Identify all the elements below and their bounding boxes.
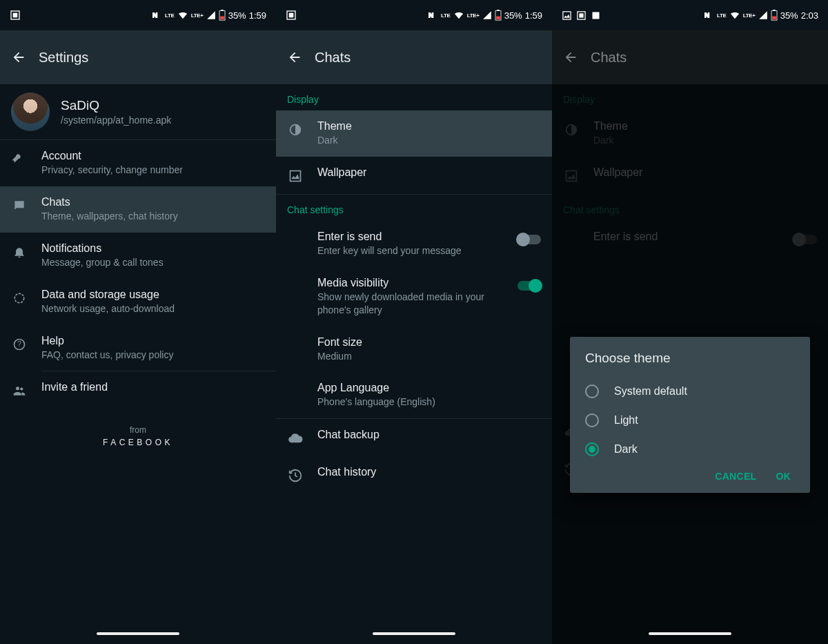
item-title: Account	[41, 150, 265, 162]
item-title: Data and storage usage	[41, 289, 265, 301]
footer-brand: FACEBOOK	[0, 438, 276, 447]
settings-item-invite[interactable]: Invite a friend	[0, 371, 276, 409]
svg-rect-14	[496, 17, 500, 19]
battery-icon	[495, 10, 502, 21]
theme-option-system[interactable]: System default	[585, 377, 795, 406]
profile-row[interactable]: SaDiQ /system/app/at_home.apk	[0, 84, 276, 139]
chats-item-wallpaper[interactable]: Wallpaper	[276, 157, 552, 194]
item-sub: Medium	[317, 350, 541, 363]
item-title: Media visibility	[317, 277, 504, 289]
chats-item-language[interactable]: App Language Phone's language (English)	[276, 372, 552, 418]
toggle-media-visibility[interactable]	[518, 281, 541, 291]
footer-from: from	[0, 425, 276, 435]
screenshot-settings: LTE LTE+ 35% 1:59 Settings SaDiQ /system…	[0, 0, 276, 644]
profile-status: /system/app/at_home.apk	[61, 115, 171, 126]
status-bar: LTE LTE+ 35% 1:59	[276, 0, 552, 30]
item-sub: Show newly downloaded media in your phon…	[317, 291, 504, 317]
item-title: Notifications	[41, 242, 265, 255]
bell-icon	[11, 244, 28, 260]
network-label-lte: LTE	[165, 12, 175, 19]
item-sub: FAQ, contact us, privacy policy	[41, 349, 265, 362]
people-icon	[11, 382, 28, 399]
battery-percent: 35%	[228, 10, 246, 21]
settings-item-account[interactable]: Account Privacy, security, change number	[0, 140, 276, 186]
svg-rect-23	[772, 17, 776, 19]
radio-icon	[585, 384, 599, 398]
svg-text:?: ?	[17, 340, 21, 348]
status-app-icon	[591, 10, 601, 21]
item-title: Font size	[317, 336, 541, 349]
status-screenshot-icon	[10, 10, 21, 21]
clock: 2:03	[801, 10, 818, 21]
chats-item-media-visibility[interactable]: Media visibility Show newly downloaded m…	[276, 267, 552, 326]
chats-item-theme[interactable]: Theme Dark	[276, 110, 552, 157]
radio-label: Dark	[614, 443, 638, 456]
item-title: Chat backup	[317, 429, 541, 441]
back-icon[interactable]	[563, 50, 578, 65]
clock: 1:59	[525, 10, 542, 21]
wallpaper-icon	[287, 168, 304, 184]
network-label-lteplus: LTE+	[743, 12, 756, 19]
radio-icon	[585, 413, 599, 427]
page-title: Chats	[315, 50, 351, 66]
volte-icon	[427, 11, 438, 19]
chats-item-font-size[interactable]: Font size Medium	[276, 326, 552, 373]
svg-rect-11	[289, 13, 294, 18]
svg-point-9	[20, 388, 23, 391]
settings-item-chats[interactable]: Chats Theme, wallpapers, chat history	[0, 186, 276, 233]
back-icon[interactable]	[287, 50, 302, 65]
svg-rect-16	[290, 170, 301, 181]
chats-item-enter-send[interactable]: Enter is send Enter key will send your m…	[276, 221, 552, 267]
settings-item-help[interactable]: ? Help FAQ, contact us, privacy policy	[0, 325, 276, 371]
item-title: Chats	[41, 196, 265, 208]
item-title: Invite a friend	[41, 381, 265, 393]
battery-percent: 35%	[504, 10, 522, 21]
theme-dialog: Choose theme System default Light Dark C…	[570, 337, 810, 493]
profile-name: SaDiQ	[61, 98, 171, 113]
gesture-bar	[276, 623, 552, 644]
footer-attribution: from FACEBOOK	[0, 425, 276, 447]
network-label-lte: LTE	[441, 12, 451, 19]
settings-item-notifications[interactable]: Notifications Message, group & call tone…	[0, 233, 276, 279]
svg-rect-20	[593, 12, 600, 19]
cloud-icon	[287, 430, 304, 447]
chats-item-history[interactable]: Chat history	[276, 456, 552, 494]
back-icon[interactable]	[11, 50, 26, 65]
app-bar: Settings	[0, 30, 276, 84]
page-title: Chats	[591, 50, 627, 66]
wifi-icon	[177, 11, 188, 19]
screenshot-chats: LTE LTE+ 35% 1:59 Chats Display Theme Da…	[276, 0, 552, 644]
status-image-icon	[562, 10, 572, 21]
item-sub: Network usage, auto-download	[41, 302, 265, 315]
toggle-enter-send[interactable]	[518, 235, 541, 244]
item-title: Chat history	[317, 466, 541, 478]
network-label-lteplus: LTE+	[191, 12, 204, 19]
item-title: Enter is send	[317, 231, 504, 243]
chat-icon	[11, 197, 28, 214]
ok-button[interactable]: OK	[776, 471, 791, 482]
svg-rect-1	[13, 13, 18, 18]
svg-point-5	[14, 293, 23, 302]
cancel-button[interactable]: CANCEL	[715, 471, 756, 482]
radio-icon	[585, 442, 599, 456]
status-screenshot-icon	[576, 10, 586, 21]
item-sub: Dark	[317, 134, 541, 147]
svg-rect-3	[221, 10, 223, 11]
chats-item-backup[interactable]: Chat backup	[276, 419, 552, 456]
theme-option-light[interactable]: Light	[585, 406, 795, 435]
settings-item-data[interactable]: Data and storage usage Network usage, au…	[0, 279, 276, 325]
battery-percent: 35%	[780, 10, 798, 21]
status-screenshot-icon	[286, 10, 297, 21]
key-icon	[11, 151, 28, 168]
history-icon	[287, 467, 304, 484]
svg-rect-4	[220, 17, 224, 19]
gesture-bar	[552, 623, 828, 644]
network-label-lteplus: LTE+	[467, 12, 480, 19]
item-title: Help	[41, 335, 265, 347]
svg-point-8	[16, 387, 19, 391]
clock: 1:59	[249, 10, 266, 21]
theme-option-dark[interactable]: Dark	[585, 435, 795, 464]
section-display: Display	[276, 84, 552, 110]
wifi-icon	[453, 11, 464, 19]
svg-rect-17	[563, 11, 571, 19]
